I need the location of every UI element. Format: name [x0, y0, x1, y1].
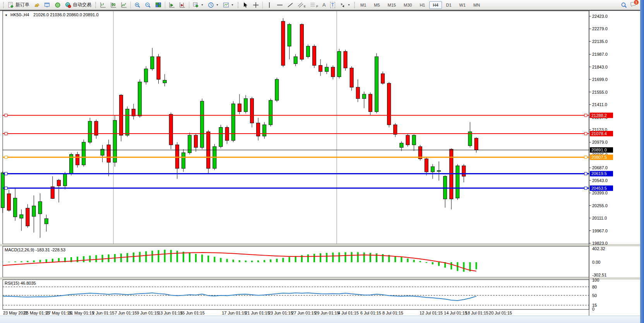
pane-splitter[interactable] — [0, 244, 640, 246]
new-chart-icon — [193, 2, 199, 8]
rsi-indicator-label: RSI(15) 46.8035 — [5, 281, 36, 285]
candle-body — [57, 180, 60, 186]
rsi-scale-label: 0 — [592, 307, 594, 311]
horizontal-line-tool[interactable] — [275, 1, 285, 9]
zoom-out-button[interactable] — [143, 1, 153, 9]
cursor-button[interactable] — [240, 1, 250, 9]
fibonacci-tool[interactable]: F — [308, 1, 320, 9]
crosshair-button[interactable] — [251, 1, 261, 9]
one-click-collapse-icon[interactable]: ▼ — [5, 14, 8, 17]
hline-anchor[interactable] — [5, 172, 7, 175]
timeframe-W1[interactable]: W1 — [456, 1, 469, 9]
candlestick-chart-button[interactable] — [108, 1, 118, 9]
candle-body — [82, 142, 86, 165]
hline-anchor[interactable] — [5, 156, 7, 159]
candle-body — [275, 79, 279, 100]
new-order-button[interactable]: 新订单 — [6, 0, 31, 9]
macd-scale-label: -302.51 — [592, 273, 606, 277]
candle-body — [250, 99, 254, 123]
price-tag-label: 20453.5 — [591, 186, 607, 191]
main-toolbar: 新订单 — [0, 0, 640, 10]
time-axis-label: 12 Jul 01:15 — [420, 311, 443, 315]
candle-body — [288, 24, 291, 46]
timeframe-M15[interactable]: M15 — [384, 1, 399, 9]
new-chart-button[interactable]: ▼ — [191, 1, 206, 9]
timeframe-M30[interactable]: M30 — [400, 1, 415, 9]
candle-body — [344, 52, 347, 68]
periods-button[interactable]: ▼ — [206, 1, 221, 9]
window-edge-scrollbar[interactable] — [640, 0, 644, 323]
navigator-button[interactable] — [53, 1, 63, 9]
arrows-icon — [339, 2, 346, 8]
bar-chart-icon — [100, 2, 106, 8]
autotrading-button[interactable]: 自动交易 — [63, 0, 93, 9]
text-tool[interactable]: A — [320, 1, 328, 9]
hline-anchor[interactable] — [584, 132, 587, 135]
notifications-button[interactable]: 1 — [630, 1, 636, 9]
chart-window[interactable]: 22423.022279.022135.021987.021843.021699… — [0, 11, 640, 323]
vertical-line-tool[interactable] — [264, 1, 274, 9]
price-tick-label: 19823.0 — [592, 241, 608, 246]
zoom-in-button[interactable] — [132, 1, 142, 9]
price-tag-label: 20807.5 — [591, 155, 607, 160]
price-tick-label: 20979.0 — [592, 140, 608, 144]
toolbar-right: 1 — [621, 1, 639, 9]
chevron-down-icon: ▼ — [231, 3, 234, 6]
candle-body — [400, 143, 403, 147]
candle-body — [381, 74, 385, 83]
price-tick-label: 21843.0 — [592, 65, 608, 69]
candle-body — [387, 83, 391, 125]
candle-body — [412, 135, 416, 145]
candle-body — [431, 167, 434, 172]
equidistant-channel-tool[interactable]: E — [296, 1, 308, 9]
price-tick-label: 22135.0 — [592, 39, 608, 44]
search-icon[interactable] — [621, 2, 627, 8]
auto-scroll-button[interactable] — [167, 1, 177, 9]
rsi-scale-label: 100 — [592, 278, 599, 282]
candle-body — [368, 94, 372, 112]
timeframe-M1[interactable]: M1 — [357, 1, 370, 9]
timeframe-D1[interactable]: D1 — [443, 1, 455, 9]
candle-body — [325, 67, 329, 71]
candle-body — [26, 208, 29, 226]
pane-splitter[interactable] — [0, 277, 640, 280]
timeframe-H1[interactable]: H1 — [416, 1, 428, 9]
candle-body — [107, 145, 110, 162]
line-chart-button[interactable] — [119, 1, 129, 9]
candle-body — [76, 155, 79, 165]
timeframe-MN[interactable]: MN — [470, 1, 483, 9]
candle-body — [406, 135, 409, 145]
price-tick-label: 21555.0 — [592, 90, 608, 94]
new-order-icon — [8, 2, 14, 8]
hline-anchor[interactable] — [5, 114, 7, 117]
time-axis-label: 27 May 01:15 — [46, 311, 72, 315]
timeframe-H4[interactable]: H4 — [429, 1, 442, 9]
tile-windows-button[interactable] — [153, 1, 163, 9]
hline-anchor[interactable] — [584, 114, 587, 117]
market-watch-icon — [44, 2, 50, 8]
toolbar-grip — [95, 2, 96, 8]
hline-anchor[interactable] — [5, 187, 7, 189]
gold-bars-icon — [34, 2, 40, 8]
candle-body — [238, 104, 241, 112]
templates-button[interactable]: ▼ — [221, 1, 236, 9]
time-axis-label: 2 Jun 01:15 — [92, 311, 115, 315]
chart-shift-button[interactable] — [177, 1, 187, 9]
candle-body — [281, 21, 285, 65]
hline-anchor[interactable] — [584, 172, 587, 175]
bar-chart-button[interactable] — [98, 1, 108, 9]
navigator-icon — [55, 2, 61, 8]
arrows-tool[interactable]: ▼ — [337, 1, 352, 9]
market-watch-button[interactable] — [42, 1, 52, 9]
hline-anchor[interactable] — [584, 156, 587, 159]
candle-body — [94, 121, 98, 135]
text-label-tool[interactable]: T — [328, 1, 337, 9]
notification-badge: 1 — [634, 0, 639, 5]
trendline-tool[interactable] — [285, 1, 295, 9]
timeframe-M5[interactable]: M5 — [370, 1, 383, 9]
gold-symbol-button[interactable] — [32, 1, 42, 9]
rsi-pane[interactable] — [3, 280, 589, 309]
hline-anchor[interactable] — [5, 132, 7, 135]
status-bar — [0, 316, 640, 323]
hline-anchor[interactable] — [584, 187, 587, 189]
